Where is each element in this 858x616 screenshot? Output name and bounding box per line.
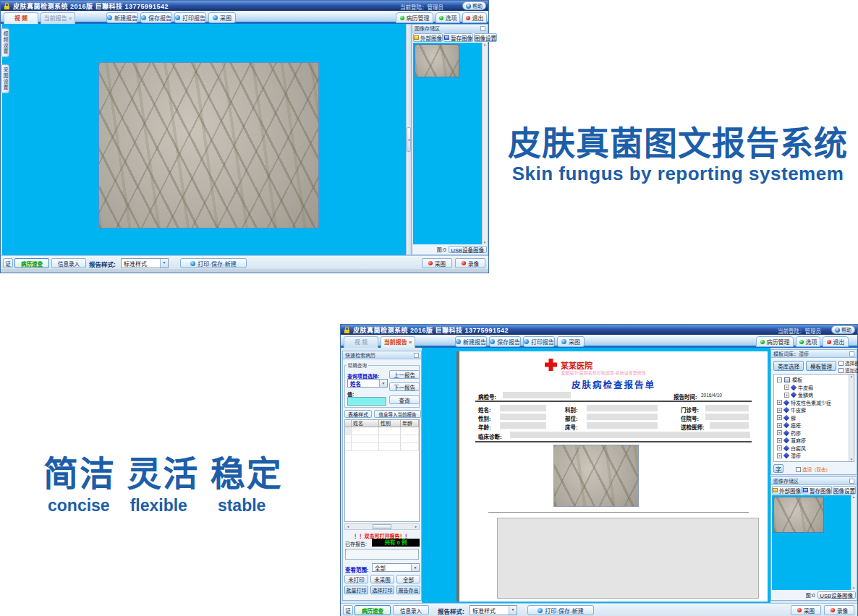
collapse-icon[interactable]: [849, 479, 854, 484]
side-tab-video-settings[interactable]: 视频设置: [1, 28, 9, 57]
tree-item[interactable]: 特发性色素减少症: [776, 399, 854, 407]
template-manage-button[interactable]: 模板管理: [806, 361, 836, 371]
expand-node-icon[interactable]: [777, 453, 782, 458]
help-button[interactable]: 帮助: [462, 1, 486, 10]
query-field-select[interactable]: 姓名: [347, 379, 388, 388]
collapse-icon[interactable]: [849, 351, 854, 356]
print-report-button[interactable]: 打印报告: [523, 336, 555, 347]
expand-node-icon[interactable]: [777, 415, 782, 420]
collapse-node-icon[interactable]: [777, 377, 782, 382]
filter-all-button[interactable]: 全部: [396, 575, 420, 583]
diagnosis-field[interactable]: [510, 432, 750, 438]
tree-item[interactable]: 牛皮癣: [776, 384, 854, 392]
capture-button[interactable]: 采图: [557, 336, 585, 347]
select-print-button[interactable]: 选择打印: [370, 586, 394, 594]
image-settings-button[interactable]: 图像设置: [833, 486, 856, 495]
scroll-up-icon[interactable]: [483, 43, 486, 46]
gender-field[interactable]: [500, 414, 546, 420]
thumbnail-image[interactable]: [415, 44, 459, 77]
checkbox-icon[interactable]: [796, 467, 801, 472]
table-row[interactable]: [345, 427, 419, 435]
temp-images-button[interactable]: 暂存图像: [443, 33, 473, 42]
record-video-button[interactable]: 录像: [824, 605, 854, 615]
tab-current-report[interactable]: 当前报告 «: [41, 12, 75, 24]
checkbox-icon[interactable]: [838, 368, 844, 373]
scroll-up-icon[interactable]: [850, 375, 853, 378]
query-value-input[interactable]: [347, 397, 386, 406]
table-row[interactable]: [345, 435, 419, 443]
age-field[interactable]: [500, 422, 546, 429]
tree-item[interactable]: 痤疮: [776, 422, 854, 429]
info-entry-button[interactable]: 信息录入: [393, 605, 429, 615]
word-button[interactable]: 字: [773, 464, 783, 473]
export-report-button[interactable]: 报告存出: [396, 586, 420, 594]
batch-print-button[interactable]: 批量打印: [344, 586, 368, 594]
quick-search-button[interactable]: 病历速查: [354, 605, 391, 615]
panel-collapse-handle[interactable]: [407, 127, 411, 152]
findings-text-area[interactable]: [497, 518, 759, 599]
exit-button[interactable]: 退出: [462, 12, 487, 23]
scroll-down-icon[interactable]: [852, 586, 855, 590]
scroll-down-icon[interactable]: [483, 241, 486, 244]
chevron-down-icon[interactable]: [379, 380, 387, 387]
query-button[interactable]: 查询: [389, 395, 420, 404]
close-icon[interactable]: [414, 353, 419, 358]
cert-button[interactable]: 证: [343, 605, 353, 615]
expand-node-icon[interactable]: [777, 400, 782, 405]
vertical-scrollbar[interactable]: [482, 43, 487, 244]
tab-video[interactable]: 视 频: [4, 12, 38, 24]
tree-item[interactable]: 鱼鳞病: [776, 391, 854, 399]
tree-item[interactable]: 白癜风: [776, 445, 854, 453]
pick-word-checkbox[interactable]: 选词（双击）: [796, 466, 831, 473]
filter-uncaptured-button[interactable]: 未采图: [370, 575, 394, 583]
expand-node-icon[interactable]: [777, 430, 782, 435]
usb-device-images-button[interactable]: USB设备图像: [449, 246, 487, 253]
print-save-new-button[interactable]: 打印-保存-新建: [527, 605, 594, 615]
scroll-down-icon[interactable]: [850, 458, 853, 461]
report-style-select[interactable]: 标准样式: [121, 258, 169, 268]
tree-item[interactable]: 癣: [776, 414, 854, 422]
help-button[interactable]: 帮助: [831, 325, 855, 334]
table-row[interactable]: [345, 443, 419, 451]
part-field[interactable]: [587, 414, 658, 420]
side-tab-capture-settings[interactable]: 采图设置: [1, 64, 9, 93]
next-report-button[interactable]: 下一报告: [389, 382, 420, 391]
selector-checkbox[interactable]: 选择器: [838, 359, 858, 367]
new-report-button[interactable]: 新建报告: [106, 12, 138, 23]
titlebar[interactable]: 皮肤真菌检测系统 2016版 巨聯科技 13775991542 当前登陆：管理员…: [1, 1, 488, 11]
external-images-button[interactable]: 外部图像: [413, 33, 443, 42]
thumbnail-image[interactable]: [773, 497, 824, 533]
inpatient-field[interactable]: [705, 414, 749, 420]
record-video-button[interactable]: 录像: [455, 258, 485, 268]
exit-button[interactable]: 退出: [823, 336, 849, 347]
import-info-button[interactable]: 信息导入当前报告: [374, 410, 421, 418]
collapse-icon[interactable]: [480, 26, 485, 31]
chevron-down-icon[interactable]: [411, 564, 419, 571]
filter-unprinted-button[interactable]: 未打印: [344, 575, 368, 583]
expand-node-icon[interactable]: [784, 393, 789, 398]
tree-item[interactable]: 荨麻疹: [776, 437, 854, 445]
tree-root[interactable]: 模板: [776, 376, 854, 384]
scroll-thumb[interactable]: [373, 524, 391, 529]
expand-node-icon[interactable]: [777, 423, 782, 428]
expand-node-icon[interactable]: [777, 438, 782, 443]
tree-item[interactable]: 牛皮癣: [776, 406, 854, 414]
library-select-button[interactable]: 类库选择: [773, 361, 804, 371]
tab-current-report[interactable]: 当前报告 «: [381, 336, 415, 348]
name-field[interactable]: [500, 405, 546, 411]
scroll-left-icon[interactable]: [345, 525, 351, 529]
prev-report-button[interactable]: 上一报告: [389, 370, 420, 379]
report-microscope-image[interactable]: [553, 445, 639, 507]
save-report-button[interactable]: 保存报告: [140, 12, 172, 23]
table-style-button[interactable]: 表格样式: [344, 410, 372, 418]
records-manage-button[interactable]: 病历管理: [756, 336, 794, 347]
capture-button[interactable]: 采图: [208, 12, 236, 23]
horizontal-scrollbar[interactable]: [344, 523, 420, 530]
new-report-button[interactable]: 新建报告: [455, 336, 487, 347]
tree-item[interactable]: 湿疹: [776, 452, 854, 460]
scroll-right-icon[interactable]: [413, 525, 419, 529]
expand-node-icon[interactable]: [777, 445, 782, 450]
temp-images-button[interactable]: 暂存图像: [802, 486, 832, 495]
print-report-button[interactable]: 打印报告: [174, 12, 206, 23]
info-entry-button[interactable]: 信息录入: [51, 258, 86, 268]
